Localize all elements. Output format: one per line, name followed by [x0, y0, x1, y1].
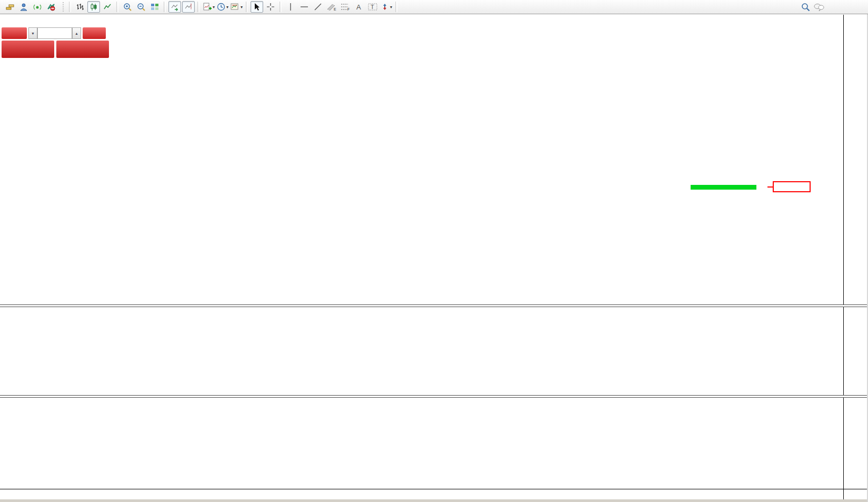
bar-chart-button[interactable] — [74, 1, 86, 13]
chat-bubbles-icon — [814, 3, 824, 11]
chevron-down-icon: ▾ — [241, 5, 243, 9]
mt4-window: ▾ ▾ ▾ E F A — [0, 0, 868, 502]
autotrading-icon — [46, 3, 56, 11]
chevron-down-icon: ▾ — [226, 5, 228, 9]
price-axis-line — [843, 15, 844, 499]
channel-button[interactable]: E — [325, 1, 338, 13]
chevron-down-icon: ▼ — [31, 32, 35, 35]
auto-scroll-icon — [171, 3, 179, 11]
zoom-out-button[interactable] — [135, 1, 147, 13]
person-icon — [19, 3, 28, 11]
candlestick-icon — [89, 3, 98, 11]
autotrading-button[interactable] — [45, 1, 57, 13]
text-a-icon: A — [355, 3, 363, 11]
search-icon — [801, 3, 810, 12]
chat-button[interactable] — [813, 1, 825, 13]
fibonacci-button[interactable]: F — [339, 1, 352, 13]
buy-button[interactable] — [83, 27, 106, 39]
highlight-bar[interactable] — [691, 185, 756, 190]
toolbar: ▾ ▾ ▾ E F A — [0, 0, 868, 14]
periods-button[interactable]: ▾ — [216, 1, 229, 13]
macd-pane-canvas[interactable] — [0, 307, 843, 395]
signals-button[interactable] — [31, 1, 44, 13]
indicators-add-icon — [203, 3, 212, 11]
line-chart-button[interactable] — [101, 1, 114, 13]
price-level-box[interactable] — [773, 181, 811, 192]
window-bottom-border — [0, 499, 868, 502]
equidistant-channel-icon: E — [327, 3, 336, 11]
svg-text:T: T — [371, 4, 374, 10]
gold-bars-icon — [5, 3, 15, 11]
volume-down-button[interactable]: ▼ — [28, 27, 37, 39]
svg-text:A: A — [356, 3, 361, 11]
pane-splitter-rsi[interactable] — [0, 395, 868, 398]
sell-button[interactable] — [2, 27, 27, 39]
chevron-up-icon: ▲ — [75, 32, 78, 35]
one-click-trading-panel: ▼ ▲ — [2, 27, 110, 58]
vertical-line-icon — [287, 3, 294, 11]
templates-button[interactable]: ▾ — [230, 1, 243, 13]
chevron-down-icon: ▾ — [390, 5, 392, 9]
history-center-button[interactable] — [4, 1, 16, 13]
clock-icon — [217, 3, 225, 11]
pane-splitter-macd[interactable] — [0, 304, 868, 307]
line-chart-icon — [103, 3, 112, 11]
svg-text:F: F — [347, 7, 350, 11]
cursor-button[interactable] — [251, 1, 263, 13]
cursor-arrow-icon — [253, 3, 261, 11]
tile-windows-button[interactable] — [148, 1, 161, 13]
auto-scroll-button[interactable] — [168, 1, 181, 13]
text-label-icon: T — [368, 3, 377, 11]
buy-price-button[interactable] — [56, 41, 109, 58]
market-watch-button[interactable] — [17, 1, 30, 13]
vertical-line-button[interactable] — [284, 1, 297, 13]
candlestick-chart-button[interactable] — [87, 1, 100, 13]
template-icon — [231, 3, 240, 11]
chart-header — [2, 17, 5, 24]
search-button[interactable] — [799, 1, 812, 13]
rsi-pane-canvas[interactable] — [0, 398, 843, 489]
time-axis-line — [0, 489, 868, 489]
chart-shift-button[interactable] — [182, 1, 195, 13]
indicators-button[interactable]: ▾ — [202, 1, 215, 13]
ohlc-bars-icon — [76, 3, 84, 11]
chart-shift-icon — [184, 3, 193, 11]
trendline-icon — [314, 3, 322, 11]
text-button[interactable]: A — [353, 1, 365, 13]
price-chart-canvas[interactable] — [0, 16, 843, 304]
volume-input[interactable] — [37, 27, 72, 39]
crosshair-button[interactable] — [264, 1, 277, 13]
text-label-button[interactable]: T — [366, 1, 379, 13]
zoom-in-icon — [123, 3, 132, 11]
arrow-objects-icon — [381, 3, 389, 11]
fibonacci-icon: F — [341, 3, 350, 11]
horizontal-line-button[interactable] — [298, 1, 311, 13]
chevron-down-icon: ▾ — [213, 5, 215, 9]
sell-price-button[interactable] — [2, 41, 54, 58]
zoom-out-icon — [137, 3, 146, 11]
trendline-button[interactable] — [312, 1, 324, 13]
tile-windows-icon — [151, 3, 159, 11]
zoom-in-button[interactable] — [121, 1, 134, 13]
svg-text:E: E — [334, 7, 336, 11]
arrows-button[interactable]: ▾ — [380, 1, 393, 13]
crosshair-icon — [266, 3, 275, 11]
horizontal-line-icon — [300, 3, 308, 11]
volume-up-button[interactable]: ▲ — [72, 27, 81, 39]
price-box-connector — [767, 186, 773, 188]
signal-icon — [33, 3, 42, 11]
